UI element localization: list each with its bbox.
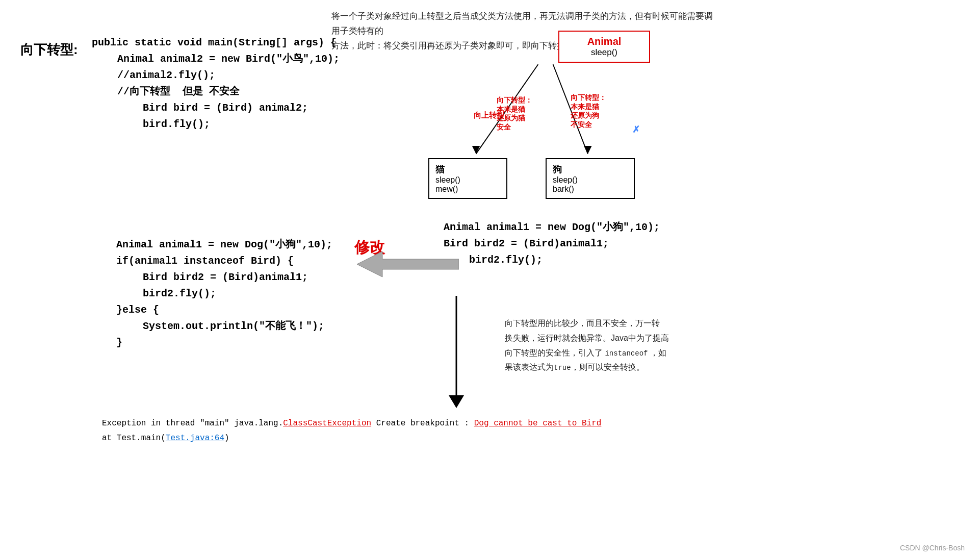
exception-class-cast[interactable]: ClassCastException xyxy=(283,419,371,428)
code-line-4: //向下转型 但是 不安全 xyxy=(92,84,408,100)
code-lower-left: Animal animal1 = new Dog("小狗",10); if(an… xyxy=(92,214,418,351)
exception-line2: at Test.main(Test.java:64) xyxy=(102,431,714,446)
diagram-wrapper: Animal sleep() 猫 sleep() mew() 狗 sleep()… xyxy=(423,31,668,230)
explain-line4: 果该表达式为true，则可以安全转换。 xyxy=(505,363,644,371)
dog-box: 狗 sleep() bark() xyxy=(546,158,635,199)
code-lower-4: bird2.fly(); xyxy=(92,286,418,302)
exception-dog-cast: Dog cannot be cast to Bird xyxy=(474,419,602,428)
exception-file-link[interactable]: Test.java:64 xyxy=(166,434,224,443)
cat-title: 猫 xyxy=(435,163,500,175)
explain-right: 向下转型用的比较少，而且不安全，万一转 换失败，运行时就会抛异常。Java中为了… xyxy=(505,316,688,375)
animal-box: Animal sleep() xyxy=(492,31,650,63)
code-right: Animal animal1 = new Dog("小狗",10); Bird … xyxy=(444,219,709,268)
exception-at: at Test.main( xyxy=(102,434,166,443)
svg-text:本来是猫: 本来是猫 xyxy=(497,105,526,113)
cat-box: 猫 sleep() mew() xyxy=(428,158,507,199)
code-line-2: Animal animal2 = new Bird("小鸟",10); xyxy=(92,51,408,67)
svg-text:还原为猫: 还原为猫 xyxy=(497,114,526,122)
animal-method: sleep() xyxy=(568,47,641,58)
svg-text:向下转型：: 向下转型： xyxy=(497,96,533,104)
code-lower-5: }else { xyxy=(92,302,418,318)
explain-line2: 换失败，运行时就会抛异常。Java中为了提高 xyxy=(505,334,669,342)
code-left-top: public static void main(String[] args) {… xyxy=(92,35,408,133)
svg-text:向上转型: 向上转型 xyxy=(474,111,505,119)
code-lower-7: } xyxy=(92,335,418,351)
exception-prefix: Exception in thread "main" java.lang. xyxy=(102,419,283,428)
main-container: 将一个子类对象经过向上转型之后当成父类方法使用，再无法调用子类的方法，但有时候可… xyxy=(0,0,980,557)
code-right-2: Bird bird2 = (Bird)animal1; xyxy=(444,236,709,252)
code-line-6: bird.fly(); xyxy=(92,116,408,133)
explain-true: true xyxy=(554,364,571,372)
watermark: CSDN @Chris-Bosh xyxy=(900,544,965,552)
cat-method-2: mew() xyxy=(435,185,500,194)
exception-close: ) xyxy=(224,434,229,443)
svg-line-0 xyxy=(476,64,538,154)
svg-marker-3 xyxy=(584,146,592,154)
explain-line1: 向下转型用的比较少，而且不安全，万一转 xyxy=(505,319,660,327)
code-right-1: Animal animal1 = new Dog("小狗",10); xyxy=(444,219,709,236)
svg-marker-15 xyxy=(449,395,464,408)
dog-method-2: bark() xyxy=(553,185,628,194)
animal-title: Animal xyxy=(568,36,641,47)
exception-create: Create breakpoint : xyxy=(371,419,474,428)
explain-instanceof: instanceof xyxy=(605,349,648,358)
exception-area: Exception in thread "main" java.lang.Cla… xyxy=(102,416,714,446)
exception-line1: Exception in thread "main" java.lang.Cla… xyxy=(102,416,714,431)
code-line-5: Bird bird = (Bird) animal2; xyxy=(92,100,408,116)
svg-line-2 xyxy=(553,64,588,154)
svg-marker-1 xyxy=(472,146,480,154)
svg-text:本来是猫: 本来是猫 xyxy=(570,103,600,111)
explain-line3: 向下转型的安全性，引入了 instanceof ，如 xyxy=(505,348,666,357)
svg-text:向下转型：: 向下转型： xyxy=(571,93,606,102)
svg-text:✗: ✗ xyxy=(633,124,640,135)
svg-text:不安全: 不安全 xyxy=(570,120,592,129)
svg-text:还原为狗: 还原为狗 xyxy=(571,111,599,119)
code-right-3: bird2.fly(); xyxy=(444,252,709,268)
code-lower-6: System.out.println("不能飞！"); xyxy=(92,318,418,335)
code-line-1: public static void main(String[] args) { xyxy=(92,35,408,51)
section-title: 向下转型: xyxy=(20,41,78,59)
svg-text:安全: 安全 xyxy=(497,123,512,131)
dog-title: 狗 xyxy=(553,163,628,175)
code-line-3: //animal2.fly(); xyxy=(92,67,408,84)
cat-method-1: sleep() xyxy=(435,175,500,185)
down-arrow-svg xyxy=(418,296,495,408)
dog-method-1: sleep() xyxy=(553,175,628,185)
